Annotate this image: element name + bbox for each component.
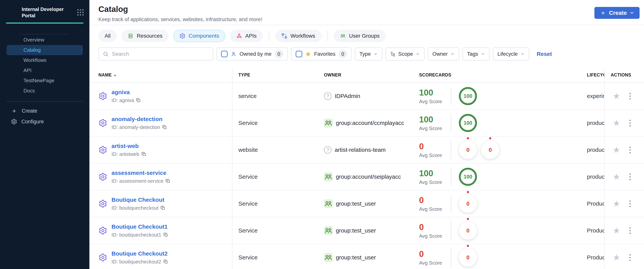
sidebar-item-workflows[interactable]: Workflows — [0, 55, 90, 65]
name-cell: Boutique Checkout2 ID: boutiquecheckout2 — [90, 244, 232, 269]
entity-name-link[interactable]: Boutique Checkout1 — [112, 224, 168, 230]
favorites-checkbox[interactable] — [296, 51, 302, 57]
tab-all[interactable]: All — [98, 30, 117, 42]
copy-icon[interactable] — [162, 125, 167, 130]
main-content: Catalog Keep track of applications, serv… — [90, 0, 644, 269]
tab-components[interactable]: Components — [173, 30, 225, 42]
copy-icon[interactable] — [163, 259, 168, 264]
sidebar-item-testnewpage[interactable]: TestNewPage — [0, 75, 90, 86]
entity-name-link[interactable]: artist-web — [112, 143, 139, 149]
favorite-star-icon[interactable]: ★ — [613, 253, 620, 262]
table-row: assessment-service ID: assessment-servic… — [90, 164, 644, 190]
scorecard-gauge[interactable]: 0 — [459, 222, 477, 240]
lifecycle-cell: production — [587, 120, 604, 126]
copy-icon[interactable] — [136, 98, 141, 103]
sidebar-item-overview[interactable]: Overview — [0, 35, 90, 45]
lifecycle-dropdown[interactable]: Lifecycle — [493, 47, 529, 60]
scorecard-gauge[interactable]: 0 — [481, 141, 499, 159]
scorecard-gauge[interactable]: 0 — [459, 249, 477, 267]
owned-by-me-filter[interactable]: Owned by me 0 — [216, 47, 288, 60]
search-icon — [103, 51, 109, 57]
tab-apis[interactable]: APIs — [230, 30, 263, 42]
more-actions-icon[interactable] — [628, 92, 632, 101]
entity-name-link[interactable]: Boutique Checkout2 — [112, 250, 168, 257]
sidebar-configure-label: Configure — [21, 119, 44, 125]
owner-name: group:test_user — [336, 227, 376, 234]
column-header-type: TYPE — [232, 72, 324, 78]
tab-user-groups[interactable]: User Groups — [334, 30, 386, 42]
favorite-star-icon[interactable]: ★ — [613, 146, 620, 154]
sidebar-configure-button[interactable]: Configure — [0, 116, 90, 127]
avg-score-label: Avg Score — [419, 99, 451, 104]
copy-icon[interactable] — [141, 152, 146, 157]
favorite-star-icon[interactable]: ★ — [613, 119, 620, 127]
score-divider — [451, 168, 451, 186]
person-icon — [231, 51, 236, 57]
favorite-star-icon[interactable]: ★ — [613, 173, 620, 181]
column-header-name[interactable]: NAME▲ — [90, 68, 232, 82]
sidebar-item-api[interactable]: API — [0, 65, 90, 75]
more-actions-icon[interactable] — [628, 119, 632, 128]
favorites-filter[interactable]: ★ Favorites 0 — [291, 47, 352, 60]
copy-icon[interactable] — [163, 232, 168, 237]
gear-icon — [11, 119, 17, 125]
sidebar-logo-row: Internal Developer Portal — [0, 0, 90, 19]
scorecard-gauge[interactable]: 0 — [459, 141, 477, 159]
table-row: anomaly-detection ID: anomaly-detection … — [90, 110, 644, 137]
plus-icon: + — [11, 108, 18, 114]
favorite-star-icon[interactable]: ★ — [613, 200, 620, 208]
sidebar-item-docs[interactable]: Docs — [0, 86, 90, 96]
component-gear-icon — [98, 145, 107, 154]
lifecycle-cell: production — [587, 147, 604, 153]
actions-cell: ★ — [604, 137, 644, 163]
app-launcher-icon[interactable] — [77, 9, 84, 15]
sidebar-create-button[interactable]: + Create — [0, 105, 90, 116]
apis-icon — [236, 33, 242, 39]
tab-workflows[interactable]: Workflows — [275, 30, 322, 42]
create-button[interactable]: + Create — [594, 7, 640, 19]
type-cell: website — [232, 147, 324, 153]
more-actions-icon[interactable] — [628, 172, 632, 181]
reset-filters-link[interactable]: Reset — [537, 51, 552, 57]
more-actions-icon[interactable] — [628, 253, 632, 262]
scorecard-gauge[interactable]: 100 — [459, 168, 477, 186]
copy-icon[interactable] — [160, 205, 165, 210]
owner-dropdown[interactable]: Owner — [428, 47, 459, 60]
more-actions-icon[interactable] — [628, 145, 632, 155]
avg-score-value: 0 — [419, 195, 451, 205]
favorite-star-icon[interactable]: ★ — [613, 226, 620, 235]
tab-resources[interactable]: Resources — [121, 30, 168, 42]
scope-dropdown[interactable]: Scope — [386, 47, 425, 60]
sidebar-item-catalog[interactable]: Catalog — [6, 45, 83, 55]
lifecycle-cell: Production — [587, 254, 604, 261]
copy-icon[interactable] — [165, 179, 170, 184]
owned-by-me-checkbox[interactable] — [221, 51, 228, 57]
name-cell: Boutique Checkout1 ID: boutiquecheckout1 — [90, 217, 232, 244]
avg-score-label: Avg Score — [419, 206, 451, 212]
group-icon — [324, 172, 333, 181]
owner-cell: group:account/seiplayacc — [324, 172, 419, 181]
type-cell: Service — [232, 200, 324, 207]
scorecard-gauge[interactable]: 100 — [459, 114, 477, 132]
entity-name-link[interactable]: agniva — [112, 89, 130, 95]
entity-name-link[interactable]: anomaly-detection — [112, 116, 162, 122]
score-divider — [451, 141, 451, 159]
more-actions-icon[interactable] — [628, 226, 632, 235]
entity-name-link[interactable]: Boutique Checkout — [112, 197, 164, 203]
scorecard-gauge[interactable]: 0 — [459, 195, 477, 213]
avg-score-value: 100 — [419, 169, 451, 178]
score-divider — [451, 221, 451, 240]
more-actions-icon[interactable] — [628, 199, 632, 208]
search-input[interactable] — [112, 51, 209, 57]
tab-group-divider — [328, 30, 328, 41]
entity-kind-tabs: All Resources Components APIs Workflows … — [90, 25, 644, 42]
entity-name-link[interactable]: assessment-service — [112, 170, 166, 176]
scorecard-gauge[interactable]: 100 — [459, 87, 477, 105]
actions-cell: ★ — [604, 83, 644, 109]
type-dropdown[interactable]: Type — [355, 47, 382, 60]
component-gear-icon — [98, 172, 107, 181]
tags-dropdown[interactable]: Tags — [462, 47, 490, 60]
avg-score-label: Avg Score — [419, 233, 451, 239]
favorite-star-icon[interactable]: ★ — [613, 92, 620, 100]
table-row: agniva ID: agniva service ? IDPAdmin 100… — [90, 83, 644, 110]
